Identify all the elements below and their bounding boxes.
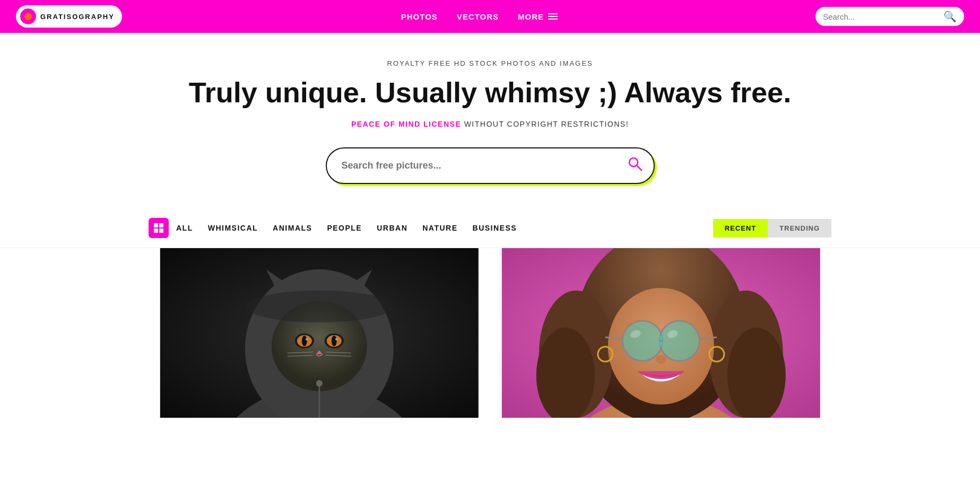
svg-point-21 <box>332 336 337 346</box>
hero-search-input[interactable] <box>342 160 622 171</box>
photo-woman-sunglasses[interactable] <box>490 248 832 418</box>
svg-point-29 <box>245 291 394 322</box>
photo-grid <box>0 248 980 418</box>
navbar: GRATISOGRAPHY PHOTOS VECTORS MORE 🔍 <box>0 0 980 33</box>
sort-trending-button[interactable]: TRENDING <box>768 219 831 238</box>
nav-links: PHOTOS VECTORS MORE <box>143 12 816 21</box>
svg-rect-5 <box>159 229 163 233</box>
cat-all[interactable]: ALL <box>176 224 193 232</box>
woman-sunglasses-image <box>490 248 832 418</box>
nav-search-bar: 🔍 <box>816 7 964 26</box>
sort-recent-button[interactable]: RECENT <box>713 219 768 238</box>
hamburger-icon <box>548 13 558 20</box>
svg-point-0 <box>629 158 638 166</box>
hero-license: PEACE OF MIND LICENSE WITHOUT COPYRIGHT … <box>11 120 969 128</box>
svg-point-39 <box>608 288 714 405</box>
logo-icon <box>20 8 36 24</box>
svg-point-43 <box>660 322 698 360</box>
svg-point-49 <box>655 355 666 364</box>
license-link[interactable]: PEACE OF MIND LICENSE <box>351 120 461 128</box>
nav-search-input[interactable] <box>823 12 939 21</box>
cat-urban[interactable]: URBAN <box>377 224 407 232</box>
svg-rect-3 <box>159 223 163 227</box>
hero-section: ROYALTY FREE HD STOCK PHOTOS AND IMAGES … <box>0 33 980 200</box>
svg-point-23 <box>335 338 337 340</box>
svg-line-1 <box>637 166 641 171</box>
svg-point-42 <box>623 322 661 360</box>
category-icon-box <box>149 218 169 238</box>
svg-rect-2 <box>154 223 158 227</box>
license-text-after: WITHOUT COPYRIGHT RESTRICTIONS! <box>464 120 629 128</box>
logo-text: GRATISOGRAPHY <box>40 13 115 21</box>
hero-search-icon[interactable] <box>627 156 643 175</box>
hero-subtitle: ROYALTY FREE HD STOCK PHOTOS AND IMAGES <box>11 59 969 67</box>
logo[interactable]: GRATISOGRAPHY <box>16 5 122 28</box>
nav-vectors[interactable]: VECTORS <box>457 12 499 21</box>
category-links: ALL WHIMSICAL ANIMALS PEOPLE URBAN NATUR… <box>176 224 713 232</box>
svg-point-31 <box>316 380 323 386</box>
logo-circle-inner <box>24 13 32 20</box>
nav-more-label: MORE <box>518 12 544 21</box>
photo-cat-hoodie[interactable] <box>149 248 490 418</box>
cat-hoodie-image <box>149 248 490 418</box>
nav-more[interactable]: MORE <box>518 12 558 21</box>
cat-animals[interactable]: ANIMALS <box>273 224 312 232</box>
categories-bar: ALL WHIMSICAL ANIMALS PEOPLE URBAN NATUR… <box>0 208 980 248</box>
hero-title: Truly unique. Usually whimsy ;) Always f… <box>11 77 969 108</box>
cat-nature[interactable]: NATURE <box>422 224 457 232</box>
svg-point-22 <box>306 338 308 340</box>
cat-people[interactable]: PEOPLE <box>327 224 362 232</box>
cat-business[interactable]: BUSINESS <box>473 224 517 232</box>
svg-rect-4 <box>154 229 158 233</box>
nav-search-icon[interactable]: 🔍 <box>943 10 957 23</box>
cat-whimsical[interactable]: WHIMSICAL <box>208 224 258 232</box>
category-icon <box>153 223 164 233</box>
svg-point-20 <box>302 336 307 346</box>
hero-search-bar <box>326 147 655 184</box>
sort-buttons: RECENT TRENDING <box>713 219 831 238</box>
nav-photos[interactable]: PHOTOS <box>401 12 438 21</box>
